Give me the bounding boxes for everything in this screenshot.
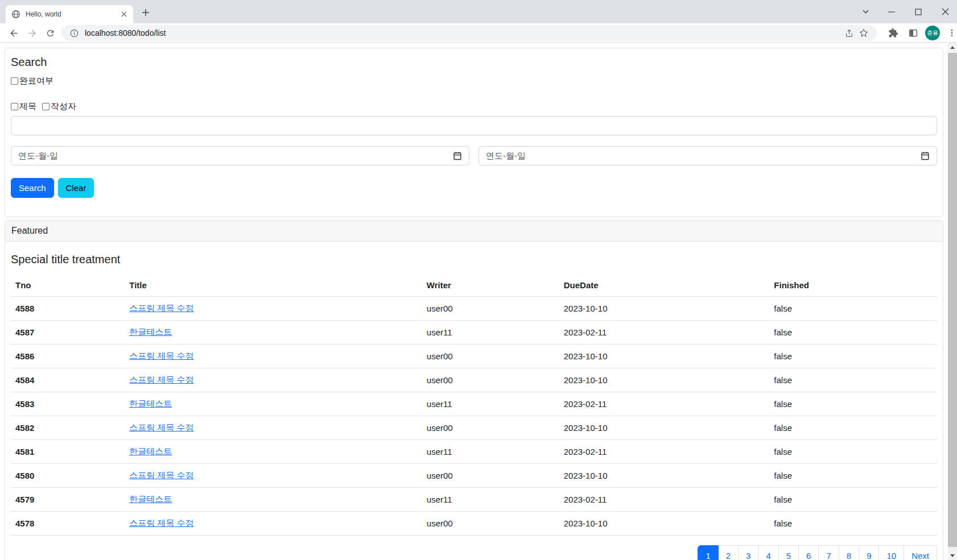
back-icon[interactable] (6, 25, 22, 41)
page-link-1[interactable]: 1 (698, 545, 718, 560)
clear-button[interactable]: Clear (58, 178, 94, 198)
writer-checkbox[interactable] (42, 103, 50, 110)
todo-duedate: 2023-02-11 (559, 488, 770, 512)
todo-title-link[interactable]: 한글테스트 (129, 399, 172, 408)
todo-duedate: 2023-10-10 (559, 464, 770, 488)
table-row: 4578 스프링 제목 수정 user00 2023-10-10 false (11, 512, 937, 536)
page-next-link[interactable]: Next (904, 545, 937, 560)
window-close-button[interactable] (932, 0, 957, 23)
column-header-finished: Finished (769, 274, 937, 297)
table-row: 4583 한글테스트 user11 2023-02-11 false (11, 392, 937, 416)
calendar-icon[interactable] (921, 151, 930, 160)
todo-list-card: Featured Special title treatment Tno Tit… (5, 220, 943, 560)
todo-tno: 4580 (11, 464, 125, 488)
maximize-button[interactable] (905, 0, 931, 23)
table-row: 4581 한글테스트 user11 2023-02-11 false (11, 440, 937, 464)
page-link-4[interactable]: 4 (758, 545, 778, 560)
url-bar[interactable]: localhost:8080/todo/list (61, 25, 877, 41)
todo-writer: user11 (422, 488, 559, 512)
todo-finished: false (769, 512, 937, 536)
todo-title-link[interactable]: 한글테스트 (129, 327, 172, 337)
todo-finished: false (769, 392, 937, 416)
card-header: Featured (5, 221, 943, 242)
search-button[interactable]: Search (11, 178, 54, 198)
bookmark-star-icon[interactable] (856, 26, 871, 40)
page-link-8[interactable]: 8 (839, 545, 859, 560)
todo-tno: 4586 (11, 345, 125, 368)
todo-duedate: 2023-02-11 (559, 440, 770, 464)
todo-title-link[interactable]: 스프링 제목 수정 (129, 518, 193, 528)
globe-favicon-icon (11, 10, 20, 19)
todo-title-link[interactable]: 스프링 제목 수정 (129, 470, 193, 480)
todo-finished: false (769, 488, 937, 512)
todo-finished: false (769, 416, 937, 440)
forward-icon[interactable] (24, 25, 40, 41)
profile-avatar[interactable]: 준용 (925, 26, 940, 40)
page-scrollbar[interactable] (948, 43, 957, 560)
date-from-input[interactable]: 연도-월-일 (11, 146, 469, 165)
card-title: Special title treatment (11, 253, 937, 266)
todo-title-link[interactable]: 스프링 제목 수정 (129, 375, 193, 384)
todo-title-link[interactable]: 스프링 제목 수정 (129, 351, 193, 360)
page-content: Search 완료여부 제목 작성자 연도-월-일 (0, 43, 948, 560)
page-info-icon[interactable] (67, 26, 81, 40)
page-link-7[interactable]: 7 (818, 545, 839, 560)
todo-finished: false (769, 345, 937, 368)
todo-tno: 4588 (11, 297, 125, 321)
reload-icon[interactable] (42, 25, 58, 41)
finished-checkbox-label: 완료여부 (19, 76, 53, 86)
side-panel-icon[interactable] (905, 25, 921, 41)
keyword-input[interactable] (11, 116, 937, 135)
todo-duedate: 2023-10-10 (559, 416, 770, 440)
page-link-3[interactable]: 3 (738, 545, 758, 560)
browser-window: Hello, world (0, 0, 957, 560)
todo-finished: false (769, 297, 937, 321)
todo-writer: user00 (422, 416, 559, 440)
todo-finished: false (769, 321, 937, 345)
todo-title-link[interactable]: 스프링 제목 수정 (129, 422, 193, 432)
todo-title-link[interactable]: 한글테스트 (129, 446, 172, 456)
search-heading: Search (11, 56, 937, 69)
pagination: 12345678910Next (11, 545, 937, 560)
todo-title-link[interactable]: 스프링 제목 수정 (129, 303, 193, 313)
todo-duedate: 2023-10-10 (559, 297, 770, 321)
date-to-input[interactable]: 연도-월-일 (478, 146, 937, 165)
scrollbar-up-arrow[interactable] (948, 43, 957, 52)
todo-tno: 4583 (11, 392, 125, 416)
url-text[interactable]: localhost:8080/todo/list (85, 28, 842, 38)
tab-close-icon[interactable] (119, 10, 129, 19)
calendar-icon[interactable] (453, 151, 462, 160)
finished-checkbox[interactable] (11, 77, 18, 85)
todo-tno: 4584 (11, 368, 125, 392)
page-link-10[interactable]: 10 (878, 545, 904, 560)
scrollbar-thumb[interactable] (948, 53, 957, 547)
tab-search-chevron-icon[interactable] (852, 0, 878, 23)
todo-duedate: 2023-10-10 (559, 368, 770, 392)
scrollbar-down-arrow[interactable] (948, 551, 957, 560)
minimize-button[interactable] (878, 0, 905, 23)
page-link-9[interactable]: 9 (859, 545, 879, 560)
share-icon[interactable] (842, 26, 856, 40)
todo-title-link[interactable]: 한글테스트 (129, 494, 172, 504)
title-checkbox[interactable] (11, 103, 18, 110)
page-link-2[interactable]: 2 (718, 545, 739, 560)
todo-finished: false (769, 464, 937, 488)
toolbar-right: 준용 (885, 25, 957, 41)
table-row: 4580 스프링 제목 수정 user00 2023-10-10 false (11, 464, 937, 488)
tab-title: Hello, world (26, 10, 119, 18)
date-from-placeholder: 연도-월-일 (18, 151, 58, 161)
menu-kebab-icon[interactable] (944, 25, 957, 41)
extensions-puzzle-icon[interactable] (885, 25, 901, 41)
column-header-duedate: DueDate (559, 274, 770, 297)
column-header-title: Title (125, 274, 422, 297)
page-link-5[interactable]: 5 (778, 545, 799, 560)
new-tab-button[interactable] (141, 7, 150, 17)
todo-table-body: 4588 스프링 제목 수정 user00 2023-10-10 false 4… (11, 297, 937, 536)
page-link-6[interactable]: 6 (798, 545, 819, 560)
browser-tab[interactable]: Hello, world (6, 5, 133, 23)
todo-duedate: 2023-02-11 (559, 392, 770, 416)
todo-finished: false (769, 440, 937, 464)
todo-duedate: 2023-10-10 (559, 345, 770, 368)
todo-writer: user11 (422, 321, 559, 345)
table-row: 4579 한글테스트 user11 2023-02-11 false (11, 488, 937, 512)
